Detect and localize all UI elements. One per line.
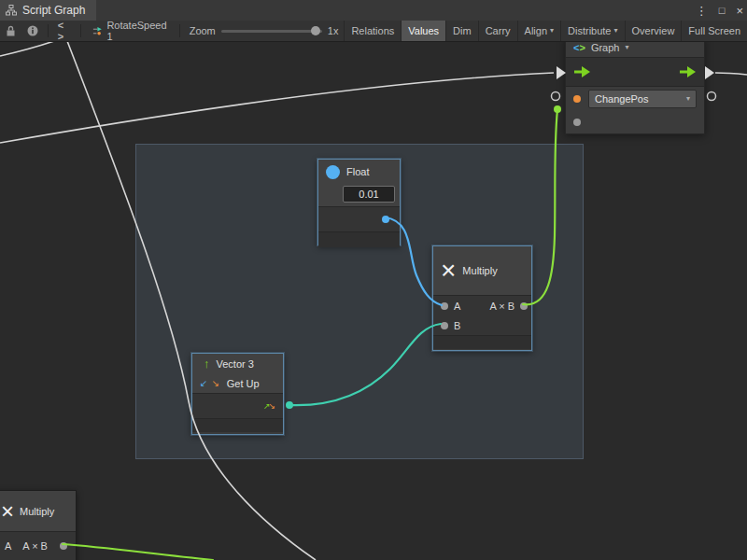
float-icon <box>326 165 340 179</box>
flow-in-arrow-icon[interactable] <box>573 65 591 78</box>
carry-button[interactable]: Carry <box>478 21 517 41</box>
caret-down-icon: ▾ <box>625 44 628 51</box>
multiply-output-port[interactable] <box>520 302 528 310</box>
graph-flow-row <box>566 57 704 87</box>
node-multiply-partial[interactable]: × Multiply A A × B <box>0 490 77 560</box>
script-graph-icon <box>6 5 17 16</box>
button-label: Align <box>525 25 547 36</box>
zoom-slider[interactable] <box>221 30 322 33</box>
button-label: Distribute <box>568 25 611 36</box>
align-button[interactable]: Align ▾ <box>517 21 560 41</box>
button-label: Overview <box>632 25 675 36</box>
wire-white-to-graph-input[interactable] <box>0 73 554 143</box>
node-title: Multiply <box>20 506 54 517</box>
node-vector3-subheader: ↙ ↘ Get Up <box>192 373 283 393</box>
button-label: Relations <box>351 25 394 36</box>
close-icon[interactable]: × <box>736 4 743 18</box>
multiply-input-b-port[interactable] <box>441 322 448 329</box>
changepos-dropdown[interactable]: ChangePos ▾ <box>588 90 697 108</box>
node-footer <box>192 418 283 432</box>
node-title: Float <box>346 166 369 177</box>
graph-panel-title: Graph <box>591 42 620 53</box>
toolbar-separator <box>179 24 180 37</box>
changepos-label: ChangePos <box>595 93 683 105</box>
zoom-slider-handle[interactable] <box>311 26 320 35</box>
port-label-output: A × B <box>22 540 48 552</box>
window-titlebar: Script Graph ⋮ □ × <box>0 0 747 21</box>
flow-out-arrow-icon[interactable] <box>679 65 697 78</box>
graph-node-panel[interactable]: <> Graph ▾ ChangePos ▾ <box>565 37 705 134</box>
node-subtitle: Get Up <box>227 378 260 389</box>
button-label: Full Screen <box>688 25 740 36</box>
node-multiply[interactable]: × Multiply A A × B B <box>432 245 532 351</box>
node-multiply-header[interactable]: × Multiply <box>433 246 531 295</box>
toolbar-separator <box>48 24 49 37</box>
graph-reference-button[interactable]: RotateSpeed 1 <box>85 20 176 42</box>
caret-down-icon: ▾ <box>614 27 618 35</box>
float-output-port[interactable] <box>382 216 389 223</box>
graph-extra-port[interactable] <box>573 119 581 126</box>
button-label: Dim <box>453 25 472 36</box>
caret-down-icon: ▾ <box>686 95 690 103</box>
changepos-input-port[interactable] <box>573 95 581 103</box>
unity-script-graph-window: Float 0.01 × Multiply A A × B <box>0 0 747 560</box>
node-float-header[interactable]: Float <box>318 160 400 184</box>
multiply-icon: × <box>1 500 14 523</box>
values-button[interactable]: Values <box>401 21 445 41</box>
changepos-wire-endpoint[interactable] <box>554 105 561 113</box>
down-arrow-icon: ↘ <box>268 402 275 411</box>
full-screen-button[interactable]: Full Screen <box>681 21 747 41</box>
toolbar-separator <box>80 24 81 37</box>
overview-button[interactable]: Overview <box>625 21 682 41</box>
caret-down-icon: ▾ <box>550 27 554 35</box>
port-label-b: B <box>454 320 460 331</box>
diagonal-arrow-icon: ↘ <box>211 379 218 388</box>
button-label: Values <box>408 25 439 36</box>
dim-button[interactable]: Dim <box>445 21 478 41</box>
window-title: Script Graph <box>22 4 85 17</box>
code-view-button[interactable]: < > <box>52 21 77 41</box>
maximize-icon[interactable]: □ <box>719 5 726 16</box>
node-vector3-get-up[interactable]: ↑ Vector 3 ↙ ↘ Get Up ↗ ↘ <box>191 353 284 435</box>
info-button[interactable] <box>21 21 44 41</box>
code-icon: <> <box>573 42 585 53</box>
port-label-output: A × B <box>489 301 514 312</box>
info-icon <box>27 25 38 36</box>
float-field-row: 0.01 <box>318 184 400 206</box>
distribute-button[interactable]: Distribute ▾ <box>560 21 624 41</box>
multiply-partial-output-port[interactable] <box>60 542 67 550</box>
node-float[interactable]: Float 0.01 <box>317 159 401 245</box>
zoom-value: 1x <box>328 25 339 36</box>
wire-white-top-left[interactable] <box>0 41 54 56</box>
zoom-control: Zoom 1x <box>184 25 345 36</box>
graph-output-triangle-icon <box>705 66 714 79</box>
graph-right-circle-port[interactable] <box>708 92 716 101</box>
node-footer <box>318 231 400 247</box>
graph-left-circle-port[interactable] <box>552 92 560 101</box>
node-footer <box>433 335 531 349</box>
button-label: Carry <box>486 25 511 36</box>
graph-canvas[interactable]: Float 0.01 × Multiply A A × B <box>0 0 747 560</box>
wire-white-graph-output[interactable] <box>715 73 747 75</box>
node-title: Multiply <box>462 265 497 276</box>
lock-button[interactable] <box>0 21 21 41</box>
multiply-icon: × <box>441 258 456 284</box>
window-menu-icon[interactable]: ⋮ <box>696 4 708 18</box>
node-vector3-header[interactable]: ↑ Vector 3 <box>192 354 283 373</box>
up-arrow-icon: ↑ <box>204 357 210 370</box>
diagonal-arrow-icon: ↙ <box>200 379 207 388</box>
wire-multiply-partial-output[interactable] <box>63 544 213 560</box>
vector3-output-port[interactable]: ↗ ↘ <box>263 402 275 411</box>
relations-button[interactable]: Relations <box>344 21 401 41</box>
multiply-input-a-port[interactable] <box>441 302 448 310</box>
port-label-a: A <box>5 540 11 552</box>
zoom-label: Zoom <box>190 25 216 36</box>
node-title: Vector 3 <box>217 358 254 370</box>
tab-script-graph[interactable]: Script Graph <box>0 0 96 21</box>
float-value-field[interactable]: 0.01 <box>343 186 395 203</box>
lock-icon <box>6 25 16 36</box>
script-graph-mini-icon <box>92 26 103 36</box>
port-label-a: A <box>454 301 460 312</box>
node-multiply-partial-header[interactable]: × Multiply <box>0 491 76 531</box>
graph-toolbar: < > RotateSpeed 1 Zoom 1x Relations Valu… <box>0 21 747 42</box>
